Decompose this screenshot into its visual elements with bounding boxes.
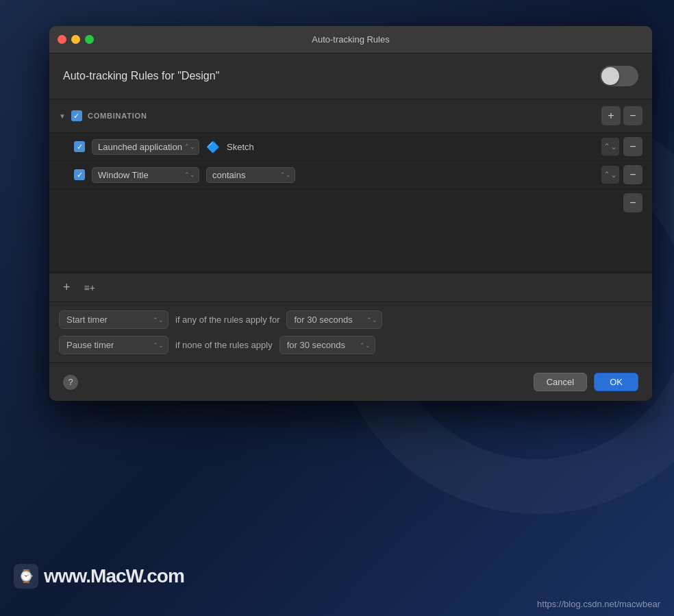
add-minus-group: + − [601, 106, 642, 125]
rule-2-updown[interactable]: ⌃⌄ [601, 166, 619, 184]
combination-header: ▼ ✓ COMBINATION + − [49, 99, 652, 132]
rule-row-window-title: ✓ Window Title Launched application URL … [49, 160, 652, 188]
header-title: Auto-tracking Rules for "Design" [63, 70, 219, 82]
rule-row-simple: − [49, 188, 652, 217]
rule-2-right: ⌃⌄ − [601, 165, 642, 184]
rule-row-launched-app: ✓ Launched application Window Title URL … [49, 132, 652, 160]
combination-checkbox[interactable]: ✓ [71, 110, 82, 121]
action-section: + ≡+ Start timer Pause timer Stop timer … [49, 273, 652, 362]
watermark: https://blog.csdn.net/macwbear [537, 599, 660, 609]
empty-rules-area [49, 217, 652, 271]
remove-rule-button[interactable]: − [623, 106, 642, 125]
rule-1-remove[interactable]: − [623, 137, 642, 156]
rule-type-1-select[interactable]: Launched application Window Title URL [92, 139, 199, 155]
action-1-duration-select[interactable]: for 30 seconds for 1 minute for 5 minute… [286, 310, 382, 329]
rule-type-2-wrapper: Window Title Launched application URL ⌃⌄ [92, 167, 199, 183]
help-icon: ? [68, 377, 73, 387]
action-2-select-wrapper: Pause timer Start timer Stop timer ⌃⌄ [59, 336, 168, 354]
action-2-duration-wrapper: for 30 seconds for 1 minute for 5 minute… [279, 336, 375, 354]
sketch-label: Sketch [227, 142, 254, 152]
auto-tracking-window: Auto-tracking Rules Auto-tracking Rules … [49, 26, 652, 401]
action-1-select-wrapper: Start timer Pause timer Stop timer ⌃⌄ [59, 310, 168, 329]
action-1-condition-text: if any of the rules apply for [175, 315, 279, 325]
window-title: Auto-tracking Rules [312, 34, 389, 45]
rule-1-updown[interactable]: ⌃⌄ [601, 138, 619, 156]
close-button[interactable] [58, 35, 66, 44]
ok-button[interactable]: OK [594, 373, 638, 391]
footer-buttons: Cancel OK [534, 373, 638, 391]
add-rule-button[interactable]: + [601, 106, 621, 125]
add-template-button[interactable]: ≡+ [80, 281, 99, 295]
action-toolbar: + ≡+ [49, 273, 652, 302]
rule-type-2-select[interactable]: Window Title Launched application URL [92, 167, 199, 183]
combination-label: COMBINATION [88, 112, 147, 120]
toggle-knob [601, 67, 619, 85]
logo-text: www.MacW.com [44, 565, 184, 587]
minimize-button[interactable] [71, 35, 80, 44]
enable-toggle[interactable] [600, 66, 638, 86]
footer: ? Cancel OK [49, 362, 652, 401]
logo-icon: ⌚ [14, 564, 38, 589]
help-button[interactable]: ? [63, 375, 78, 390]
action-2-select[interactable]: Pause timer Start timer Stop timer [59, 336, 168, 354]
rule-2-remove[interactable]: − [623, 165, 642, 184]
traffic-lights [58, 35, 94, 44]
action-1-select[interactable]: Start timer Pause timer Stop timer [59, 310, 168, 329]
rule-1-right: ⌃⌄ − [601, 137, 642, 156]
sketch-icon: 🔷 [206, 140, 220, 153]
maximize-button[interactable] [85, 35, 94, 44]
rule-3-remove[interactable]: − [623, 193, 642, 212]
titlebar: Auto-tracking Rules [49, 26, 652, 53]
action-1-duration-wrapper: for 30 seconds for 1 minute for 5 minute… [286, 310, 382, 329]
action-2-condition-text: if none of the rules apply [175, 340, 273, 350]
cancel-button[interactable]: Cancel [534, 373, 587, 391]
rules-section: ▼ ✓ COMBINATION + − ✓ Launched applicati… [49, 99, 652, 272]
action-row-start: Start timer Pause timer Stop timer ⌃⌄ if… [59, 310, 642, 329]
add-action-button[interactable]: + [59, 279, 75, 296]
action-rows: Start timer Pause timer Stop timer ⌃⌄ if… [49, 302, 652, 362]
action-2-duration-select[interactable]: for 30 seconds for 1 minute for 5 minute… [279, 336, 375, 354]
action-row-pause: Pause timer Start timer Stop timer ⌃⌄ if… [59, 336, 642, 354]
collapse-icon[interactable]: ▼ [59, 112, 66, 120]
header-section: Auto-tracking Rules for "Design" [49, 53, 652, 99]
rule-condition-select[interactable]: contains is begins with ends with [206, 167, 295, 183]
rule-type-1-wrapper: Launched application Window Title URL ⌃⌄ [92, 139, 199, 155]
rule-2-checkbox[interactable]: ✓ [74, 169, 85, 180]
rule-condition-wrapper: contains is begins with ends with ⌃⌄ [206, 167, 295, 183]
add-template-icon: ≡+ [84, 282, 95, 293]
background-logo: ⌚ www.MacW.com [14, 564, 184, 589]
rule-1-checkbox[interactable]: ✓ [74, 141, 85, 152]
